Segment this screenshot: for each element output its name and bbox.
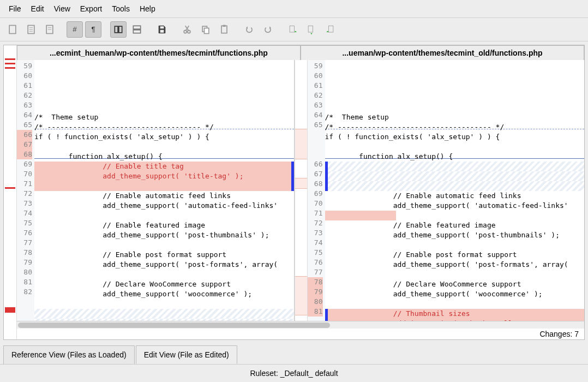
svg-rect-0 — [9, 26, 16, 34]
menu-tools[interactable]: Tools — [107, 2, 134, 15]
hash-icon[interactable]: # — [67, 21, 83, 38]
svg-rect-22 — [221, 26, 227, 33]
svg-rect-24 — [290, 26, 294, 32]
gutter-left: 5960616263646566676869707172737475767778… — [17, 60, 34, 321]
svg-rect-11 — [119, 26, 122, 33]
svg-text:#: # — [73, 25, 77, 33]
code-right[interactable]: /* Theme setup/* -----------------------… — [325, 60, 585, 321]
svg-rect-21 — [205, 28, 209, 34]
doc-lines2-icon[interactable] — [41, 21, 58, 38]
svg-rect-15 — [160, 30, 164, 33]
svg-rect-23 — [223, 25, 226, 27]
menubar: File Edit View Export Tools Help — [0, 0, 588, 18]
right-pane[interactable]: 5960616263646566676869707172737475767778… — [308, 60, 585, 321]
svg-point-16 — [184, 31, 187, 33]
svg-text:¶: ¶ — [91, 25, 95, 33]
scrollbar-thumb[interactable] — [18, 323, 330, 328]
nav-next-icon[interactable] — [322, 21, 338, 38]
tab-reference-view[interactable]: Reference View (Files as Loaded) — [3, 345, 135, 364]
svg-rect-25 — [308, 26, 313, 32]
overview-strip-left[interactable] — [4, 45, 17, 339]
split-vertical-icon[interactable] — [110, 21, 127, 38]
menu-view[interactable]: View — [50, 2, 75, 15]
pilcrow-icon[interactable]: ¶ — [85, 21, 101, 38]
svg-rect-14 — [160, 26, 164, 28]
menu-export[interactable]: Export — [76, 2, 106, 15]
svg-point-17 — [188, 31, 190, 33]
doc-lines-icon[interactable] — [23, 21, 39, 38]
left-pane[interactable]: 5960616263646566676869707172737475767778… — [17, 60, 295, 321]
menu-edit[interactable]: Edit — [27, 2, 49, 15]
horizontal-scrollbar[interactable] — [17, 321, 584, 329]
file-tab-left[interactable]: ...ecmint_hueman/wp-content/themes/tecmi… — [17, 45, 301, 60]
main-panel: ...ecmint_hueman/wp-content/themes/tecmi… — [3, 45, 585, 340]
copy-icon[interactable] — [197, 21, 214, 38]
redo-icon[interactable] — [260, 21, 276, 38]
changes-count: Changes: 7 — [539, 330, 579, 338]
middle-link-strip[interactable] — [295, 60, 308, 321]
tab-edit-view[interactable]: Edit View (File as Edited) — [136, 345, 237, 364]
toolbar: # ¶ — [0, 18, 588, 41]
svg-rect-26 — [329, 26, 333, 32]
paste-icon[interactable] — [216, 21, 232, 38]
menu-file[interactable]: File — [4, 2, 26, 15]
nav-prev-icon[interactable] — [285, 21, 301, 38]
footer: Ruleset: _Default_ default — [0, 364, 588, 382]
svg-rect-10 — [115, 26, 118, 33]
svg-rect-12 — [133, 26, 140, 29]
diff-area: 5960616263646566676869707172737475767778… — [17, 60, 584, 321]
nav-apply-icon[interactable] — [303, 21, 320, 38]
cut-icon[interactable] — [179, 21, 195, 38]
svg-rect-13 — [133, 30, 140, 33]
save-icon[interactable] — [154, 21, 170, 38]
gutter-right: 5960616263646566676869707172737475767778… — [308, 60, 325, 321]
code-left[interactable]: /* Theme setup/* -----------------------… — [34, 60, 294, 321]
split-horizontal-icon[interactable] — [129, 21, 145, 38]
ruleset-label: Ruleset: _Default_ default — [250, 369, 338, 378]
file-tab-right[interactable]: ...ueman/wp-content/themes/tecmint_old/f… — [301, 45, 584, 60]
status-line: Changes: 7 — [17, 329, 584, 339]
doc-blank-icon[interactable] — [4, 21, 21, 38]
menu-help[interactable]: Help — [135, 2, 160, 15]
undo-icon[interactable] — [241, 21, 257, 38]
bottom-tabs: Reference View (Files as Loaded) Edit Vi… — [0, 343, 588, 364]
